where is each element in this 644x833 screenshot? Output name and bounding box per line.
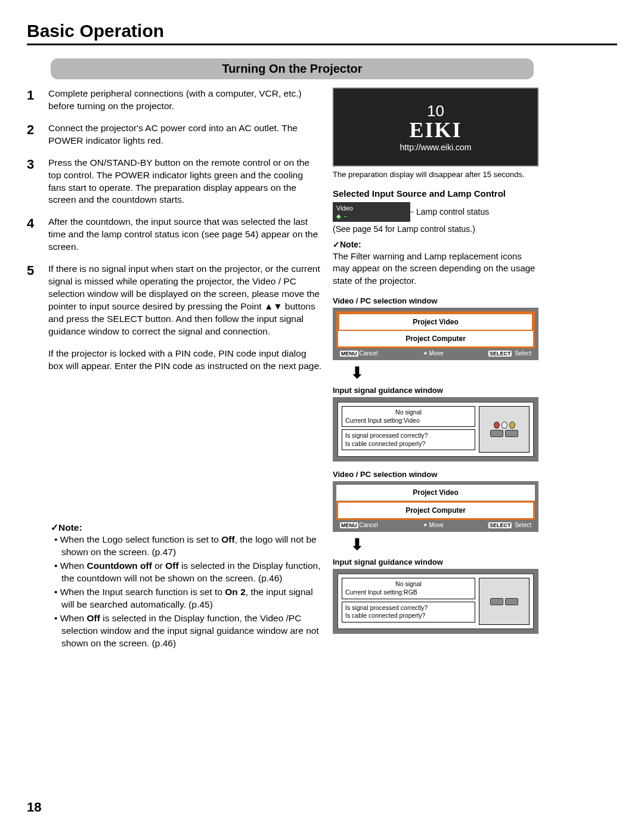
step-5: 5 If there is no signal input when start… xyxy=(27,263,322,338)
lamp-icon: ◆ ← xyxy=(336,213,349,219)
step-number: 1 xyxy=(27,88,40,113)
page-number: 18 xyxy=(27,800,41,815)
project-computer-row: Project Computer xyxy=(336,501,535,520)
note-item-3: When the Input search function is set to… xyxy=(54,586,322,611)
right-note-text: The Filter warning and Lamp replacement … xyxy=(333,251,535,286)
guide-questions-box: Is signal processed correctly? Is cable … xyxy=(342,429,475,450)
step-3: 3 Press the ON/STAND-BY button on the re… xyxy=(27,157,322,207)
guide-signal-box: No signal Current Input setting:Video xyxy=(342,406,475,427)
project-computer-row: Project Computer xyxy=(338,331,533,346)
lamp-see-page: (See page 54 for Lamp control status.) xyxy=(333,224,538,234)
pin-code-para: If the projector is locked with a PIN co… xyxy=(27,348,322,373)
prep-caption: The preparation display will disappear a… xyxy=(333,170,538,180)
lamp-heading: Selected Input Source and Lamp Control xyxy=(333,188,538,199)
left-column: 1 Complete peripheral connections (with … xyxy=(27,88,322,651)
step-text: Press the ON/STAND-BY button on the remo… xyxy=(48,157,322,207)
guide-signal-box: No signal Current Input setting:RGB xyxy=(342,578,475,599)
arrow-down-icon: ⬇ xyxy=(351,535,538,554)
ports-video-icon xyxy=(479,406,530,453)
selection-window-1: Project Video Project Computer MENUCance… xyxy=(333,308,538,360)
selection-window-2: Project Video Project Computer MENUCance… xyxy=(333,481,538,532)
selection-footer: MENUCancel ✦ Move SELECT Select xyxy=(336,520,535,528)
step-text: If there is no signal input when start o… xyxy=(48,263,322,338)
section-title: Turning On the Projector xyxy=(51,58,534,79)
right-note: ✓Note: The Filter warning and Lamp repla… xyxy=(333,239,538,287)
arrow-down-icon: ⬇ xyxy=(351,364,538,382)
win-label-guide2: Input signal guidance window xyxy=(333,558,538,566)
note-item-4: When Off is selected in the Display func… xyxy=(54,612,322,650)
eiki-url: http://www.eiki.com xyxy=(400,143,472,152)
note-item-1: When the Logo select function is set to … xyxy=(54,534,322,559)
project-video-row: Project Video xyxy=(338,313,533,331)
eiki-logo: EIKI xyxy=(409,120,462,140)
step-text: Connect the projector's AC power cord in… xyxy=(48,122,322,147)
selection-footer: MENUCancel ✦ Move SELECT Select xyxy=(336,348,535,357)
win-label-sel1: Video / PC selection window xyxy=(333,296,538,305)
project-video-row: Project Video xyxy=(336,485,535,501)
step-text: After the countdown, the input source th… xyxy=(48,216,322,253)
guidance-window-2: No signal Current Input setting:RGB Is s… xyxy=(333,569,538,634)
left-note-block: ✓Note: When the Logo select function is … xyxy=(27,522,322,650)
note-label: ✓Note: xyxy=(51,522,322,534)
win-label-sel2: Video / PC selection window xyxy=(333,470,538,479)
preparation-display: 10 EIKI http://www.eiki.com xyxy=(333,88,538,166)
note-label: ✓Note: xyxy=(333,240,361,249)
note-item-2: When Countdown off or Off is selected in… xyxy=(54,560,322,585)
step-number: 3 xyxy=(27,157,40,207)
step-1: 1 Complete peripheral connections (with … xyxy=(27,88,322,113)
step-number: 5 xyxy=(27,263,40,338)
step-text: Complete peripheral connections (with a … xyxy=(48,88,322,113)
step-number: 2 xyxy=(27,122,40,147)
ports-rgb-icon xyxy=(479,578,530,625)
right-column: 10 EIKI http://www.eiki.com The preparat… xyxy=(333,88,538,651)
pin-code-text: If the projector is locked with a PIN co… xyxy=(48,348,322,373)
lamp-label: Lamp control status xyxy=(416,207,489,216)
step-4: 4 After the countdown, the input source … xyxy=(27,216,322,253)
guide-questions-box: Is signal processed correctly? Is cable … xyxy=(342,602,475,623)
step-2: 2 Connect the projector's AC power cord … xyxy=(27,122,322,147)
page-title: Basic Operation xyxy=(27,21,617,45)
win-label-guide1: Input signal guidance window xyxy=(333,386,538,395)
step-number: 4 xyxy=(27,216,40,253)
guidance-window-1: No signal Current Input setting:Video Is… xyxy=(333,397,538,462)
